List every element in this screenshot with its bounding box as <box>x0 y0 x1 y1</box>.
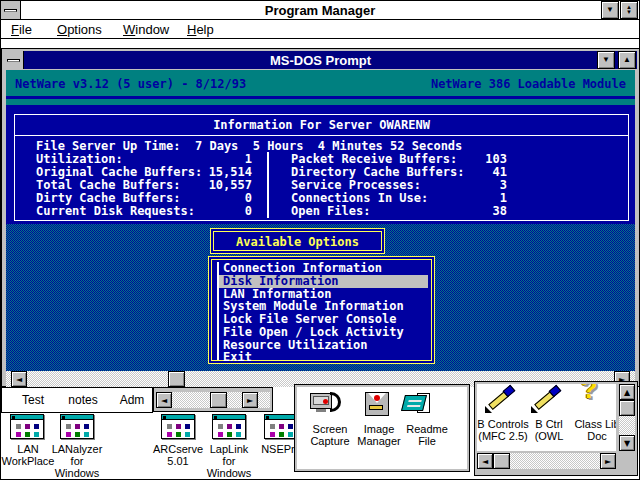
scroll-down-button[interactable]: ▼ <box>619 435 635 451</box>
program-manager-window: Program Manager ▼ ▲▼ File Options Window… <box>0 0 640 480</box>
group-icon-nsepro[interactable] <box>264 414 298 439</box>
pm-restore-button[interactable]: ▲▼ <box>620 1 638 19</box>
group-icon-laplink[interactable] <box>212 414 246 439</box>
netware-version: NetWare v3.12 (5 user) - 8/12/93 <box>15 77 246 91</box>
dos-minimize-button[interactable]: ▼ <box>597 51 615 69</box>
partial-group-window[interactable]: Test notes Adm <box>1 387 153 413</box>
group-icon-lanalyzer[interactable] <box>60 414 94 439</box>
server-info-title: Information For Server OWARENW <box>15 118 628 132</box>
options-menu-title-box: Available Options <box>210 228 385 254</box>
arrow-left-icon: ◄ <box>16 375 22 384</box>
arrow-down-icon: ▼ <box>624 439 630 448</box>
minimize-icon: ▼ <box>602 56 610 64</box>
icon-label-adm[interactable]: Adm <box>110 393 154 407</box>
menu-options[interactable]: Options <box>57 22 102 37</box>
menu-item-connection-information[interactable]: Connection Information <box>219 262 428 275</box>
scroll-left-button[interactable]: ◄ <box>477 453 493 469</box>
pm-minimize-button[interactable]: ▼ <box>601 1 619 19</box>
horizontal-scrollbar[interactable]: ◄ ► <box>156 392 270 408</box>
menu-item-exit[interactable]: Exit <box>219 351 428 364</box>
image-manager-icon <box>353 391 405 421</box>
scroll-right-button[interactable]: ► <box>242 392 258 408</box>
menu-file[interactable]: File <box>11 22 32 37</box>
menu-item-disk-information-selected[interactable]: Disk Information <box>219 275 428 288</box>
icon-label-test[interactable]: Test <box>11 393 55 407</box>
scrollbar-thumb[interactable] <box>168 371 185 387</box>
scroll-up-button[interactable]: ▲ <box>619 384 635 400</box>
maximize-icon: ▲ <box>623 56 631 64</box>
divider <box>15 135 628 136</box>
menu-item-file-open-lock-activity[interactable]: File Open / Lock Activity <box>219 326 428 339</box>
program-icon-class-lib-doc[interactable]: ? Class LibDoc <box>571 386 616 442</box>
server-info-panel: Information For Server OWARENW File Serv… <box>14 114 629 221</box>
restore-icon: ▲▼ <box>626 5 632 15</box>
pm-window-title: Program Manager <box>1 3 639 18</box>
pen-icon <box>523 386 575 416</box>
program-icon-readme-file[interactable]: ReadmeFile <box>401 391 453 447</box>
info-row: Original Cache Buffers: 15,514 Directory… <box>15 165 628 178</box>
arrow-right-icon: ► <box>605 457 611 466</box>
group-label-lanalyzer[interactable]: LANalyzerforWindows <box>43 443 111 479</box>
icon-label-notes[interactable]: notes <box>61 393 105 407</box>
arrow-left-icon: ◄ <box>482 457 488 466</box>
menu-help[interactable]: Help <box>187 22 214 37</box>
arrow-up-icon: ▲ <box>624 388 630 397</box>
program-icon-b-controls[interactable]: B Controls(MFC 2.5) <box>477 386 529 442</box>
pen-icon <box>477 386 529 416</box>
netware-module: NetWare 386 Loadable Module <box>431 77 626 91</box>
scroll-left-button[interactable]: ◄ <box>156 392 172 408</box>
info-row: Current Disk Requests: 0 Open Files: 38 <box>15 204 628 217</box>
options-menu-title: Available Options <box>211 235 384 249</box>
program-icon-b-ctrl[interactable]: B Ctrl(OWL <box>523 386 575 442</box>
dos-titlebar: MS-DOS Prompt ▼ ▲ <box>4 51 637 69</box>
borland-group-window: B Controls(MFC 2.5) B Ctrl(OWL ? Class L… <box>474 381 638 476</box>
netware-console-screen: NetWare v3.12 (5 user) - 8/12/93 NetWare… <box>6 70 635 371</box>
menu-window[interactable]: Window <box>123 22 169 37</box>
scrollbar-thumb[interactable] <box>493 453 510 469</box>
horizontal-scrollbar[interactable]: ◄ ► <box>477 453 616 469</box>
info-row: Utilization: 1 Packet Receive Buffers: 1… <box>15 152 628 165</box>
program-icon-image-manager[interactable]: ImageManager <box>353 391 405 447</box>
scrollbar-thumb[interactable] <box>619 400 635 416</box>
group-window-client: B Controls(MFC 2.5) B Ctrl(OWL ? Class L… <box>477 384 616 451</box>
readme-file-icon <box>401 391 453 421</box>
info-row: Dirty Cache Buffers: 0 Connections In Us… <box>15 191 628 204</box>
applications-group-window: ScreenCapture ImageManager ReadmeFile <box>294 384 470 472</box>
program-icon-screen-capture[interactable]: ScreenCapture <box>304 391 356 447</box>
pm-menubar: File Options Window Help <box>1 20 639 39</box>
netware-header-strip <box>6 99 635 105</box>
scroll-left-button[interactable]: ◄ <box>11 371 27 387</box>
arrow-right-icon: ► <box>247 396 253 405</box>
minimize-icon: ▼ <box>606 6 614 14</box>
scrollbar-thumb[interactable] <box>210 392 227 408</box>
info-row: Total Cache Buffers: 10,557 Service Proc… <box>15 178 628 191</box>
menu-item-lock-file-server-console[interactable]: Lock File Server Console <box>219 313 428 326</box>
options-menu: Connection Information Disk Information … <box>208 256 435 364</box>
netware-header: NetWare v3.12 (5 user) - 8/12/93 NetWare… <box>6 70 635 96</box>
group-icon-arcserve[interactable] <box>161 414 195 439</box>
dos-window-title: MS-DOS Prompt <box>4 53 637 68</box>
arrow-left-icon: ◄ <box>161 396 167 405</box>
partial-scrollbar-window: ◄ ► <box>153 387 273 412</box>
msdos-prompt-window: MS-DOS Prompt ▼ ▲ NetWare v3.12 (5 user)… <box>1 48 640 387</box>
group-icon-lan-workplace[interactable] <box>10 414 44 439</box>
vertical-scrollbar[interactable]: ▲ ▼ <box>619 384 635 451</box>
scroll-right-button[interactable]: ► <box>600 453 616 469</box>
dos-maximize-button[interactable]: ▲ <box>618 51 636 69</box>
question-mark-icon: ? <box>571 386 616 416</box>
screen-capture-icon <box>304 391 356 421</box>
pm-titlebar: Program Manager ▼ ▲▼ <box>1 1 639 20</box>
info-row-uptime: File Server Up Time: 7 Days 5 Hours 4 Mi… <box>15 139 628 152</box>
